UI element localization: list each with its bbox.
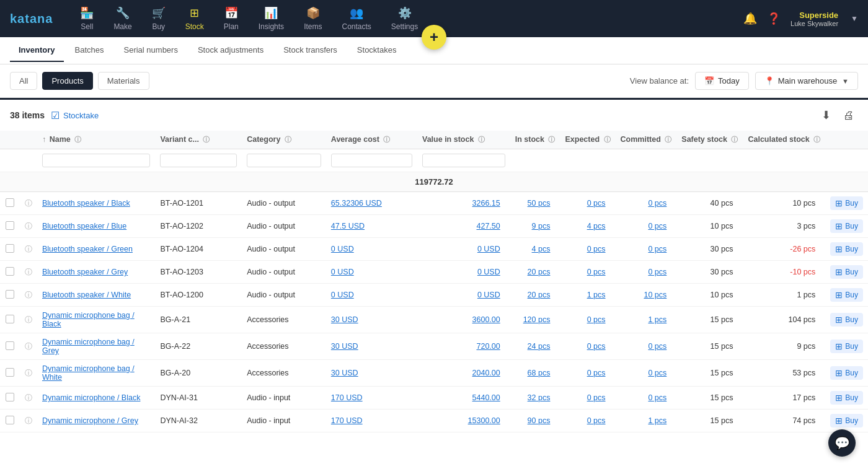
row-buy-button[interactable]: ⊞ Buy [830,242,863,256]
committed-link[interactable]: 0 pcs [648,369,666,377]
row-info-icon[interactable]: ⓘ [25,416,32,425]
expected-link[interactable]: 0 pcs [587,416,606,425]
avg-cost-link[interactable]: 65.32306 USD [331,199,382,208]
in-stock-link[interactable]: 68 pcs [528,369,551,377]
committed-link[interactable]: 0 pcs [648,245,666,253]
row-buy-button[interactable]: ⊞ Buy [830,313,863,327]
nav-item-stock[interactable]: ⊞ Stock [177,1,213,36]
product-name-link[interactable]: Dynamic microphone / Black [42,393,140,402]
avg-cost-link[interactable]: 170 USD [331,416,363,425]
expected-link[interactable]: 0 pcs [587,315,606,324]
add-plus-button[interactable]: + [422,25,446,50]
avg-cost-link[interactable]: 0 USD [331,268,354,276]
in-stock-link[interactable]: 120 pcs [523,315,551,324]
committed-link[interactable]: 1 pcs [648,416,666,425]
sub-nav-stock-adjustments[interactable]: Stock adjustments [189,39,272,62]
user-info[interactable]: Superside Luke Skywalker [790,11,838,27]
in-stock-link[interactable]: 4 pcs [532,245,551,253]
row-checkbox[interactable] [6,221,14,230]
filter-materials-button[interactable]: Materials [98,72,149,90]
expected-link[interactable]: 0 pcs [587,369,606,377]
in-stock-link[interactable]: 90 pcs [528,416,551,425]
row-checkbox[interactable] [6,198,14,207]
download-button[interactable]: ⬇ [818,106,835,125]
value-in-stock-link[interactable]: 5440.00 [472,393,500,402]
in-stock-link[interactable]: 24 pcs [528,342,551,351]
print-button[interactable]: 🖨 [839,106,858,125]
nav-item-insights[interactable]: 📊 Insights [250,1,293,36]
sub-nav-inventory[interactable]: Inventory [10,39,64,62]
row-checkbox[interactable] [6,290,14,299]
committed-info-icon[interactable]: ⓘ [665,136,671,143]
expected-link[interactable]: 0 pcs [587,199,606,208]
product-name-link[interactable]: Bluetooth speaker / Green [42,245,133,253]
col-value-in-stock[interactable]: Value in stock ⓘ [417,131,510,149]
product-name-link[interactable]: Bluetooth speaker / Black [42,199,130,208]
nav-item-sell[interactable]: 🏪 Sell [71,1,102,36]
date-picker-button[interactable]: 📅 Today [695,72,749,90]
row-buy-button[interactable]: ⊞ Buy [830,219,863,233]
filter-products-button[interactable]: Products [42,72,92,90]
row-buy-button[interactable]: ⊞ Buy [830,366,863,380]
committed-link[interactable]: 0 pcs [648,268,666,276]
nav-item-settings[interactable]: ⚙️ Settings [383,1,427,36]
nav-item-plan[interactable]: 📅 Plan [215,1,247,36]
row-buy-button[interactable]: ⊞ Buy [830,265,863,279]
stocktake-button[interactable]: ☑ Stocktake [51,110,99,121]
col-expected[interactable]: Expected ⓘ [560,131,615,149]
row-checkbox[interactable] [6,368,14,377]
avg-cost-link[interactable]: 30 USD [331,369,358,377]
product-name-link[interactable]: Dynamic microphone bag / Grey [42,338,135,355]
col-committed[interactable]: Committed ⓘ [616,131,677,149]
value-info-icon[interactable]: ⓘ [478,136,485,143]
chat-button[interactable]: 💬 [828,429,856,457]
filter-avg-cost-input[interactable] [331,154,412,167]
value-in-stock-link[interactable]: 0 USD [477,245,500,253]
safety-stock-info-icon[interactable]: ⓘ [731,136,738,143]
row-info-icon[interactable]: ⓘ [25,268,32,276]
committed-link[interactable]: 1 pcs [648,315,666,324]
filter-variant-input[interactable] [160,154,237,167]
expected-link[interactable]: 1 pcs [587,291,606,299]
value-in-stock-link[interactable]: 15300.00 [468,416,500,425]
nav-item-contacts[interactable]: 👥 Contacts [333,1,379,36]
user-chevron-icon[interactable]: ▼ [851,14,858,23]
nav-item-make[interactable]: 🔧 Make [105,1,140,36]
row-info-icon[interactable]: ⓘ [25,291,32,299]
avg-cost-link[interactable]: 0 USD [331,291,354,299]
row-info-icon[interactable]: ⓘ [25,369,32,377]
col-avg-cost[interactable]: Average cost ⓘ [326,131,417,149]
row-buy-button[interactable]: ⊞ Buy [830,414,863,427]
expected-link[interactable]: 0 pcs [587,342,606,351]
filter-category-input[interactable] [247,154,321,167]
col-name[interactable]: ↑ Name ⓘ [37,131,155,149]
committed-link[interactable]: 0 pcs [648,342,666,351]
sub-nav-stock-transfers[interactable]: Stock transfers [275,39,346,62]
avg-cost-info-icon[interactable]: ⓘ [383,136,390,143]
row-buy-button[interactable]: ⊞ Buy [830,288,863,302]
row-info-icon[interactable]: ⓘ [25,222,32,230]
product-name-link[interactable]: Bluetooth speaker / Blue [42,222,126,230]
committed-link[interactable]: 0 pcs [648,222,666,230]
filter-name-input[interactable] [42,154,150,167]
col-category[interactable]: Category ⓘ [242,131,326,149]
filter-all-button[interactable]: All [10,72,37,90]
in-stock-link[interactable]: 20 pcs [528,268,551,276]
col-safety-stock[interactable]: Safety stock ⓘ [676,131,743,149]
committed-link[interactable]: 0 pcs [648,199,666,208]
row-info-icon[interactable]: ⓘ [25,199,32,208]
avg-cost-link[interactable]: 170 USD [331,393,363,402]
avg-cost-link[interactable]: 0 USD [331,245,354,253]
committed-link[interactable]: 10 pcs [644,291,666,299]
sub-nav-stocktakes[interactable]: Stocktakes [348,39,405,62]
value-in-stock-link[interactable]: 0 USD [477,291,500,299]
variant-info-icon[interactable]: ⓘ [203,136,210,143]
expected-info-icon[interactable]: ⓘ [604,136,611,143]
product-name-link[interactable]: Dynamic microphone bag / Black [42,311,135,328]
calc-stock-info-icon[interactable]: ⓘ [813,136,820,143]
row-checkbox[interactable] [6,416,14,424]
col-variant-code[interactable]: Variant c... ⓘ [155,131,242,149]
row-info-icon[interactable]: ⓘ [25,315,32,324]
row-checkbox[interactable] [6,267,14,276]
name-info-icon[interactable]: ⓘ [74,136,81,143]
